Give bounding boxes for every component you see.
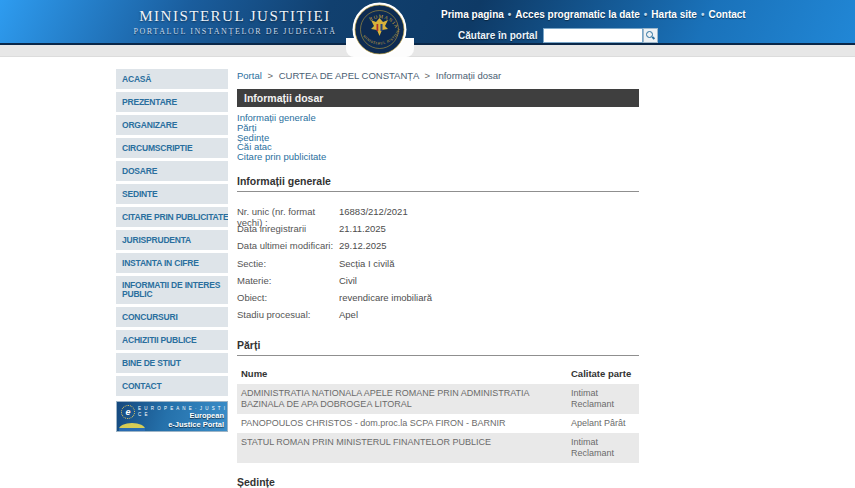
info-label: Stadiu procesual: [237, 309, 339, 326]
parties-table-header: Nume Calitate parte [237, 365, 639, 384]
table-row: ADMINISTRATIA NATIONALA APELE ROMANE PRI… [237, 384, 639, 414]
link-sedinte[interactable]: Ședințe [237, 133, 639, 143]
sidebar-item-citare-prin-publicitate[interactable]: CITARE PRIN PUBLICITATE [116, 207, 228, 227]
site-brand: MINISTERUL JUSTIȚIEI PORTALUL INSTANȚELO… [120, 8, 350, 36]
info-row-stadiu: Stadiu procesual: Apel [237, 309, 639, 326]
case-number: 16883/212/2021 [339, 206, 408, 223]
info-row-data-modificari: Data ultimei modificari: 29.12.2025 [237, 240, 639, 257]
court-section: Secția I civilă [339, 258, 394, 275]
section-quick-links: Informații generale Părți Ședințe Căi at… [237, 113, 639, 162]
table-row: PANOPOULOS CHRISTOS - dom.proc.la SCPA F… [237, 414, 639, 433]
party-role: Apelant Pârât [571, 418, 635, 429]
nav-prima-pagina[interactable]: Prima pagina [441, 9, 504, 20]
breadcrumb: Portal > CURTEA DE APEL CONSTANȚA > Info… [237, 70, 639, 81]
e-justice-logo-icon: e [121, 405, 135, 419]
party-name: ADMINISTRATIA NATIONALA APELE ROMANE PRI… [241, 388, 571, 410]
info-label: Sectie: [237, 258, 339, 275]
sidebar-item-sedinte[interactable]: SEDINTE [116, 184, 228, 204]
breadcrumb-separator: > [425, 70, 431, 81]
link-citare-prin-publicitate[interactable]: Citare prin publicitate [237, 152, 639, 162]
breadcrumb-current: Informații dosar [436, 70, 501, 81]
info-label: Materie: [237, 275, 339, 292]
info-row-sectie: Sectie: Secția I civilă [237, 258, 639, 275]
nav-separator: • [644, 9, 648, 20]
column-header-calitate: Calitate parte [571, 368, 635, 379]
registration-date: 21.11.2025 [339, 223, 386, 240]
sidebar-item-informatii-de-interes-public[interactable]: INFORMATII DE INTERES PUBLIC [116, 276, 228, 304]
sidebar-item-achizitii-publice[interactable]: ACHIZITII PUBLICE [116, 330, 228, 350]
sidebar: ACASĂ PREZENTARE ORGANIZARE CIRCUMSCRIPT… [116, 69, 228, 432]
nav-contact[interactable]: Contact [708, 9, 745, 20]
sidebar-item-concursuri[interactable]: CONCURSURI [116, 307, 228, 327]
header-divider-strip [0, 45, 855, 57]
ministry-logo-icon: ROMANIA MINISTERUL JUSTIȚIEI [352, 2, 407, 57]
sidebar-item-organizare[interactable]: ORGANIZARE [116, 115, 228, 135]
party-role: Intimat Reclamant [571, 437, 635, 459]
party-role: Intimat Reclamant [571, 388, 635, 410]
link-informatii-generale[interactable]: Informații generale [237, 113, 639, 123]
party-name: STATUL ROMAN PRIN MINISTERUL FINANTELOR … [241, 437, 571, 459]
info-label: Data ultimei modificari: [237, 240, 339, 257]
general-info-heading: Informații generale [237, 175, 639, 192]
site-subtitle: PORTALUL INSTANȚELOR DE JUDECATĂ [120, 27, 350, 36]
top-navigation: Prima pagina•Acces programatic la date•H… [441, 9, 841, 20]
last-modified-date: 29.12.2025 [339, 240, 387, 257]
info-label: Obiect: [237, 292, 339, 309]
page-title-bar: Informații dosar [237, 89, 639, 107]
breadcrumb-portal[interactable]: Portal [237, 70, 262, 81]
table-row: STATUL ROMAN PRIN MINISTERUL FINANTELOR … [237, 433, 639, 463]
info-row-data-inregistrarii: Data inregistrarii 21.11.2025 [237, 223, 639, 240]
parties-heading: Părți [237, 339, 639, 356]
sidebar-item-bine-de-stiut[interactable]: BINE DE STIUT [116, 353, 228, 373]
e-justice-caption: European e-Justice Portal [168, 412, 224, 429]
sidebar-item-circumscriptie[interactable]: CIRCUMSCRIPTIE [116, 138, 228, 158]
case-matter: Civil [339, 275, 357, 292]
general-info-rows: Nr. unic (nr. format vechi) : 16883/212/… [237, 206, 639, 326]
link-parti[interactable]: Părți [237, 123, 639, 133]
column-header-nume: Nume [241, 368, 571, 379]
sidebar-item-contact[interactable]: CONTACT [116, 376, 228, 396]
hearings-heading: Ședințe [237, 476, 639, 488]
sidebar-item-jurisprudenta[interactable]: JURISPRUDENTA [116, 230, 228, 250]
search-icon [646, 31, 655, 40]
sidebar-item-prezentare[interactable]: PREZENTARE [116, 92, 228, 112]
portal-search: Căutare în portal [458, 28, 658, 43]
procedural-stage: Apel [339, 309, 358, 326]
info-row-obiect: Obiect: revendicare imobiliară [237, 292, 639, 309]
sidebar-item-instanta-in-cifre[interactable]: INSTANTA IN CIFRE [116, 253, 228, 273]
case-object: revendicare imobiliară [339, 292, 432, 309]
sidebar-item-dosare[interactable]: DOSARE [116, 161, 228, 181]
search-label: Căutare în portal [458, 30, 537, 41]
site-title: MINISTERUL JUSTIȚIEI [120, 8, 350, 25]
nav-harta-site[interactable]: Harta site [651, 9, 697, 20]
info-label: Data inregistrarii [237, 223, 339, 240]
breadcrumb-court[interactable]: CURTEA DE APEL CONSTANȚA [279, 70, 419, 81]
breadcrumb-separator: > [267, 70, 273, 81]
nav-acces-programatic[interactable]: Acces programatic la date [515, 9, 640, 20]
nav-separator: • [508, 9, 512, 20]
sidebar-item-acasa[interactable]: ACASĂ [116, 69, 228, 89]
e-justice-caption-line2: e-Justice Portal [168, 421, 224, 430]
site-header: MINISTERUL JUSTIȚIEI PORTALUL INSTANȚELO… [0, 0, 855, 45]
e-justice-portal-banner[interactable]: e E U R O P E A N E · J U S T I C E Euro… [116, 401, 228, 432]
info-label: Nr. unic (nr. format vechi) : [237, 206, 339, 223]
parties-table: Nume Calitate parte ADMINISTRATIA NATION… [237, 365, 639, 463]
search-input[interactable] [543, 28, 643, 43]
info-row-nr-unic: Nr. unic (nr. format vechi) : 16883/212/… [237, 206, 639, 223]
info-row-materie: Materie: Civil [237, 275, 639, 292]
nav-separator: • [701, 9, 705, 20]
main-content: Portal > CURTEA DE APEL CONSTANȚA > Info… [237, 70, 639, 488]
e-justice-flag-icon [119, 423, 145, 432]
party-name: PANOPOULOS CHRISTOS - dom.proc.la SCPA F… [241, 418, 571, 429]
search-button[interactable] [643, 28, 658, 43]
